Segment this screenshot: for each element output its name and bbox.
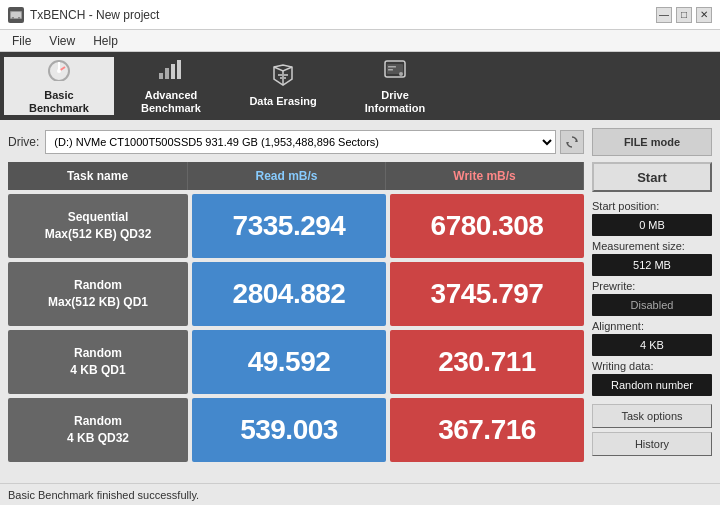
toolbar-data-erasing[interactable]: Data Erasing <box>228 57 338 115</box>
svg-point-5 <box>57 69 61 73</box>
bench-row: Random4 KB QD1 49.592 230.711 <box>8 330 584 394</box>
drive-information-icon <box>381 57 409 85</box>
toolbar: BasicBenchmark AdvancedBenchmark Data Er… <box>0 52 720 120</box>
menu-help[interactable]: Help <box>85 32 126 50</box>
title-bar: TxBENCH - New project — □ ✕ <box>0 0 720 30</box>
advanced-benchmark-icon <box>157 57 185 85</box>
drive-row: Drive: (D:) NVMe CT1000T500SSD5 931.49 G… <box>8 128 584 156</box>
right-section-label: Start position: <box>592 200 712 212</box>
bench-row-label: RandomMax(512 KB) QD1 <box>8 262 188 326</box>
right-section-label: Writing data: <box>592 360 712 372</box>
right-section: Start position: 0 MB <box>592 200 712 236</box>
svg-rect-7 <box>165 68 169 79</box>
menu-file[interactable]: File <box>4 32 39 50</box>
maximize-button[interactable]: □ <box>676 7 692 23</box>
header-write: Write mB/s <box>386 162 584 190</box>
bench-rows: SequentialMax(512 KB) QD32 7335.294 6780… <box>8 194 584 475</box>
right-section-label: Alignment: <box>592 320 712 332</box>
right-section-value: 512 MB <box>592 254 712 276</box>
svg-rect-9 <box>177 60 181 79</box>
svg-rect-8 <box>171 64 175 79</box>
bench-read-value: 49.592 <box>192 330 386 394</box>
app-icon <box>8 7 24 23</box>
basic-benchmark-icon <box>45 57 73 85</box>
bench-row-label: Random4 KB QD1 <box>8 330 188 394</box>
toolbar-basic-benchmark[interactable]: BasicBenchmark <box>4 57 114 115</box>
right-section: Alignment: 4 KB <box>592 320 712 356</box>
bench-write-value: 3745.797 <box>390 262 584 326</box>
menu-view[interactable]: View <box>41 32 83 50</box>
right-section-label: Prewrite: <box>592 280 712 292</box>
title-bar-controls: — □ ✕ <box>656 7 712 23</box>
right-section: Writing data: Random number <box>592 360 712 396</box>
svg-rect-6 <box>159 73 163 79</box>
drive-select-wrapper: (D:) NVMe CT1000T500SSD5 931.49 GB (1,95… <box>45 130 584 154</box>
start-button[interactable]: Start <box>592 162 712 192</box>
drive-refresh-button[interactable] <box>560 130 584 154</box>
right-panel: FILE mode Start Start position: 0 MB Mea… <box>592 128 712 475</box>
bench-row: RandomMax(512 KB) QD1 2804.882 3745.797 <box>8 262 584 326</box>
drive-information-label: DriveInformation <box>365 89 426 115</box>
toolbar-advanced-benchmark[interactable]: AdvancedBenchmark <box>116 57 226 115</box>
main-area: Drive: (D:) NVMe CT1000T500SSD5 931.49 G… <box>0 120 720 483</box>
bench-read-value: 539.003 <box>192 398 386 462</box>
left-panel: Drive: (D:) NVMe CT1000T500SSD5 931.49 G… <box>8 128 584 475</box>
drive-select[interactable]: (D:) NVMe CT1000T500SSD5 931.49 GB (1,95… <box>45 130 556 154</box>
bench-write-value: 6780.308 <box>390 194 584 258</box>
file-mode-button[interactable]: FILE mode <box>592 128 712 156</box>
right-section-value: Random number <box>592 374 712 396</box>
basic-benchmark-label: BasicBenchmark <box>29 89 89 115</box>
svg-rect-15 <box>388 66 396 68</box>
title-bar-left: TxBENCH - New project <box>8 7 159 23</box>
svg-rect-2 <box>12 17 14 19</box>
svg-rect-3 <box>18 17 20 19</box>
status-message: Basic Benchmark finished successfully. <box>8 489 199 501</box>
history-button[interactable]: History <box>592 432 712 456</box>
bench-row: Random4 KB QD32 539.003 367.716 <box>8 398 584 462</box>
header-read: Read mB/s <box>188 162 386 190</box>
bench-row: SequentialMax(512 KB) QD32 7335.294 6780… <box>8 194 584 258</box>
bench-row-label: SequentialMax(512 KB) QD32 <box>8 194 188 258</box>
svg-rect-16 <box>388 69 393 71</box>
task-options-button[interactable]: Task options <box>592 404 712 428</box>
status-bar: Basic Benchmark finished successfully. <box>0 483 720 505</box>
right-section: Prewrite: Disabled <box>592 280 712 316</box>
right-section-value: 4 KB <box>592 334 712 356</box>
minimize-button[interactable]: — <box>656 7 672 23</box>
data-erasing-icon <box>269 63 297 91</box>
right-section-value: Disabled <box>592 294 712 316</box>
bench-header: Task name Read mB/s Write mB/s <box>8 162 584 190</box>
toolbar-drive-information[interactable]: DriveInformation <box>340 57 450 115</box>
data-erasing-label: Data Erasing <box>249 95 316 108</box>
right-section: Measurement size: 512 MB <box>592 240 712 276</box>
svg-point-14 <box>399 72 403 76</box>
right-section-label: Measurement size: <box>592 240 712 252</box>
close-button[interactable]: ✕ <box>696 7 712 23</box>
menu-bar: File View Help <box>0 30 720 52</box>
drive-label: Drive: <box>8 135 39 149</box>
bench-read-value: 2804.882 <box>192 262 386 326</box>
header-task-name: Task name <box>8 162 188 190</box>
advanced-benchmark-label: AdvancedBenchmark <box>141 89 201 115</box>
benchmark-table: Task name Read mB/s Write mB/s Sequentia… <box>8 162 584 475</box>
window-title: TxBENCH - New project <box>30 8 159 22</box>
bench-row-label: Random4 KB QD32 <box>8 398 188 462</box>
right-section-value: 0 MB <box>592 214 712 236</box>
bench-read-value: 7335.294 <box>192 194 386 258</box>
bench-write-value: 230.711 <box>390 330 584 394</box>
bench-write-value: 367.716 <box>390 398 584 462</box>
